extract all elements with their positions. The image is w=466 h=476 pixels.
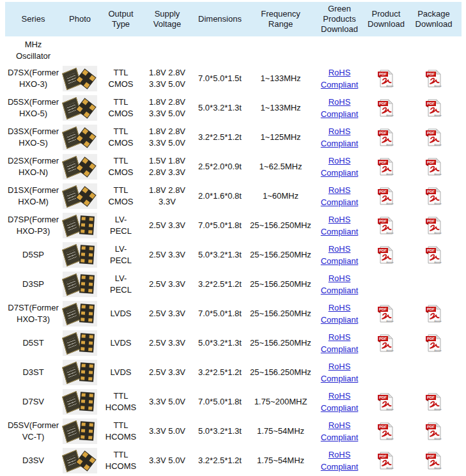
dimensions-cell: 2.0*1.6*0.8t [191, 181, 249, 211]
output-type-cell: LV- PECL [98, 240, 143, 270]
package-pdf-download-icon[interactable]: PDF Adobe [426, 187, 442, 206]
rohs-compliant-link[interactable]: RoHS Compliant [321, 184, 359, 208]
rohs-compliant-link[interactable]: RoHS Compliant [321, 66, 359, 91]
frequency-range-cell: 25~156.250MHz [249, 211, 313, 240]
frequency-range-cell: 1~62.5MHz [249, 152, 313, 181]
green-products-cell: RoHS Compliant [313, 299, 366, 328]
chip-pads-icon [79, 274, 95, 293]
package-pdf-download-icon[interactable]: PDF Adobe [426, 334, 442, 353]
package-pdf-download-icon[interactable]: PDF Adobe [426, 304, 442, 323]
product-download-cell: PDF Adobe [366, 123, 406, 152]
table-row: D3SX(Former HXO-S) TTL CMOS 1.8V 2.8V 3.… [5, 123, 462, 152]
product-pdf-download-icon[interactable]: PDF Adobe [378, 98, 394, 118]
package-pdf-download-icon[interactable]: PDF Adobe [426, 451, 442, 470]
photo-cell [61, 417, 98, 446]
product-pdf-download-icon[interactable]: PDF Adobe [378, 451, 394, 470]
supply-voltage-cell: 1.8V 2.8V 3.3V [143, 181, 191, 211]
svg-text:Adobe: Adobe [434, 349, 442, 352]
package-pdf-download-icon[interactable]: PDF Adobe [426, 392, 442, 411]
series-cell: D5ST [5, 328, 61, 358]
svg-text:Adobe: Adobe [434, 173, 442, 176]
product-pdf-download-icon[interactable]: PDF Adobe [378, 216, 394, 235]
svg-text:PDF: PDF [427, 454, 435, 458]
column-header-series: Series [5, 2, 61, 36]
dimensions-cell: 5.0*3.2*1.3t [191, 240, 249, 270]
product-download-cell: PDF Adobe [366, 417, 406, 446]
rohs-compliant-link[interactable]: RoHS Compliant [321, 243, 359, 267]
product-pdf-download-icon[interactable]: PDF Adobe [378, 422, 394, 441]
supply-voltage-cell: 2.5V 3.3V [143, 299, 191, 328]
product-pdf-download-icon[interactable]: PDF Adobe [378, 392, 394, 411]
svg-text:PDF: PDF [379, 307, 387, 311]
package-pdf-download-icon[interactable]: PDF Adobe [426, 216, 442, 235]
frequency-range-cell: 1.75~200MHZ [249, 387, 313, 417]
svg-text:Adobe: Adobe [434, 143, 442, 146]
package-download-cell: PDF Adobe [406, 64, 462, 93]
svg-text:Adobe: Adobe [386, 261, 394, 264]
table-row: D3SP LV- PECL 2.5V 3.3V 3.2*2.5*1.2t 25~… [5, 270, 462, 299]
product-pdf-download-icon[interactable]: PDF Adobe [378, 128, 394, 147]
package-pdf-download-icon[interactable]: PDF Adobe [426, 69, 442, 88]
output-type-cell: LVDS [98, 299, 143, 328]
rohs-compliant-link[interactable]: RoHS Compliant [321, 302, 359, 326]
table-row: D7SV TTL HCOMS 3.3V 5.0V 7.0*5.0*1.8t 1.… [5, 387, 462, 417]
product-pdf-download-icon[interactable]: PDF Adobe [378, 157, 394, 176]
product-pdf-download-icon[interactable]: PDF Adobe [378, 245, 394, 265]
product-download-cell: PDF Adobe [366, 240, 406, 270]
chip-angled-icon [62, 244, 81, 266]
package-pdf-download-icon[interactable]: PDF Adobe [426, 128, 442, 147]
frequency-range-cell: 1~125MHz [249, 123, 313, 152]
series-cell: D3SX(Former HXO-S) [5, 123, 61, 152]
column-header-dimensions: Dimensions [191, 2, 249, 36]
series-cell: D7ST(Former HXO-T3) [5, 299, 61, 328]
product-pdf-download-icon[interactable]: PDF Adobe [378, 187, 394, 206]
svg-text:PDF: PDF [379, 337, 387, 341]
rohs-compliant-link[interactable]: RoHS Compliant [321, 213, 359, 238]
table-row: D5ST LVDS 2.5V 3.3V 5.0*3.2*1.3t 25~156.… [5, 328, 462, 358]
chip-pads-icon [79, 421, 95, 440]
product-pdf-download-icon[interactable]: PDF Adobe [378, 304, 394, 323]
rohs-compliant-link[interactable]: RoHS Compliant [321, 449, 359, 473]
svg-text:Adobe: Adobe [386, 319, 394, 323]
rohs-compliant-link[interactable]: RoHS Compliant [321, 419, 359, 443]
product-photo [63, 272, 97, 297]
green-products-cell: RoHS Compliant [313, 64, 366, 93]
output-type-cell: TTL CMOS [98, 152, 143, 181]
supply-voltage-cell: 1.8V 2.8V 3.3V 5.0V [143, 93, 191, 123]
product-pdf-download-icon[interactable]: PDF Adobe [378, 69, 394, 88]
svg-text:Adobe: Adobe [386, 408, 394, 411]
package-pdf-download-icon[interactable]: PDF Adobe [426, 157, 442, 176]
package-download-cell: PDF Adobe [406, 417, 462, 446]
rohs-compliant-link[interactable]: RoHS Compliant [321, 155, 359, 179]
chip-pads-icon [79, 215, 95, 234]
output-type-cell: TTL HCOMS [98, 446, 143, 475]
package-download-cell: PDF Adobe [406, 152, 462, 181]
svg-text:PDF: PDF [379, 72, 387, 76]
product-pdf-download-icon[interactable]: PDF Adobe [378, 334, 394, 353]
rohs-compliant-link[interactable]: RoHS Compliant [321, 390, 359, 414]
rohs-compliant-link[interactable]: RoHS Compliant [321, 331, 359, 355]
chip-angled-icon [62, 332, 81, 355]
dimensions-cell: 7.0*5.0*1.8t [191, 387, 249, 417]
svg-text:Adobe: Adobe [386, 349, 394, 352]
dimensions-cell: 7.0*5.0*1.8t [191, 299, 249, 328]
package-pdf-download-icon[interactable]: PDF Adobe [426, 98, 442, 118]
dimensions-cell: 3.2*2.5*1.2t [191, 270, 249, 299]
rohs-compliant-link[interactable]: RoHS Compliant [321, 125, 359, 150]
rohs-compliant-link[interactable]: RoHS Compliant [321, 360, 359, 385]
product-download-cell: PDF Adobe [366, 446, 406, 475]
package-pdf-download-icon[interactable]: PDF Adobe [426, 422, 442, 441]
rohs-compliant-link[interactable]: RoHS Compliant [321, 272, 359, 296]
photo-cell [61, 64, 98, 93]
svg-text:PDF: PDF [427, 131, 435, 135]
photo-cell [61, 328, 98, 358]
rohs-compliant-link[interactable]: RoHS Compliant [321, 96, 359, 120]
package-pdf-download-icon[interactable]: PDF Adobe [426, 245, 442, 265]
series-cell: D3ST [5, 358, 61, 387]
green-products-cell: RoHS Compliant [313, 387, 366, 417]
svg-text:Adobe: Adobe [434, 261, 442, 264]
chip-pads-icon [75, 127, 96, 148]
frequency-range-cell: 25~156.250MHz [249, 270, 313, 299]
frequency-range-cell: 1.75~54MHz [249, 446, 313, 475]
svg-text:PDF: PDF [427, 72, 435, 76]
